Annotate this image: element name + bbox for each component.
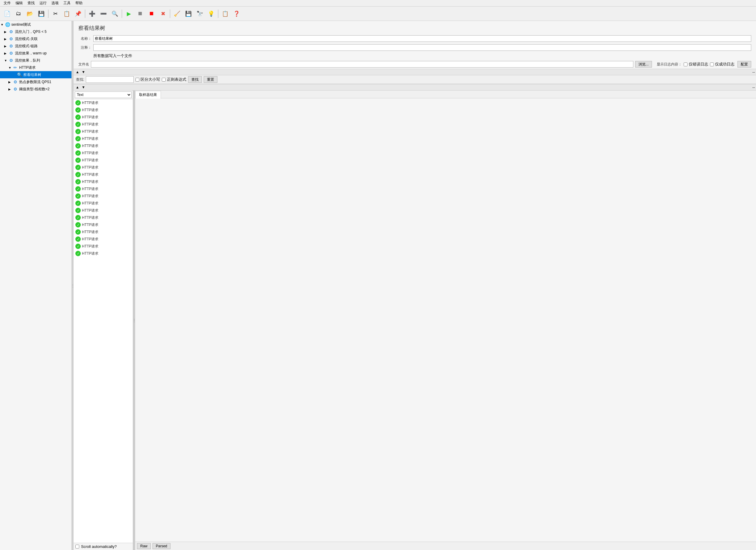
check-icon-17: ✓ [75, 222, 81, 228]
sidebar-item-queue[interactable]: ▼ ⚙ 流控效果，队列 [0, 57, 71, 64]
menu-file[interactable]: 文件 [1, 1, 13, 6]
http-list-item[interactable]: ✓HTTP请求 [74, 221, 133, 229]
http-list-item[interactable]: ✓HTTP请求 [74, 121, 133, 128]
http-list-item[interactable]: ✓HTTP请求 [74, 157, 133, 164]
http-text-18: HTTP请求 [82, 230, 98, 235]
stop-red-button[interactable]: ⏹ [146, 8, 157, 19]
http-text-4: HTTP请求 [82, 129, 98, 134]
http-list-item[interactable]: ✓HTTP请求 [74, 106, 133, 114]
check-icon-9: ✓ [75, 165, 81, 170]
menu-run[interactable]: 运行 [37, 1, 49, 6]
template-button[interactable]: 🗂 [13, 8, 24, 19]
http-list-item[interactable]: ✓HTTP请求 [74, 193, 133, 200]
copy-button[interactable]: 📋 [61, 8, 72, 19]
menu-options[interactable]: 选项 [49, 1, 61, 6]
name-input[interactable] [93, 35, 751, 42]
http-text-20: HTTP请求 [82, 244, 98, 249]
new-button[interactable]: 📄 [2, 8, 13, 19]
menu-search[interactable]: 查找 [25, 1, 37, 6]
sidebar-item-root[interactable]: ▼ 🌐 sentinel测试 [0, 21, 71, 28]
binoculars-button[interactable]: 🔭 [194, 8, 205, 19]
lamp-button[interactable]: 💡 [206, 8, 217, 19]
parsed-tab[interactable]: Parsed [153, 543, 170, 549]
http-list-item[interactable]: ✓HTTP请求 [74, 229, 133, 236]
errors-only-label: 仅错误日志 [689, 62, 708, 67]
http-list-item[interactable]: ✓HTTP请求 [74, 200, 133, 207]
up-btn-1[interactable]: ▲ [75, 69, 80, 75]
close-button[interactable]: ✖ [158, 8, 168, 19]
stop-button[interactable]: ⏹ [135, 8, 146, 19]
case-sensitive-checkbox[interactable] [135, 78, 139, 82]
http-list-item[interactable]: ✓HTTP请求 [74, 243, 133, 250]
http-list-item[interactable]: ✓HTTP请求 [74, 150, 133, 157]
http-list-item[interactable]: ✓HTTP请求 [74, 185, 133, 193]
http-text-10: HTTP请求 [82, 172, 98, 177]
open-button[interactable]: 📂 [25, 8, 35, 19]
start-button[interactable]: ▶ [124, 8, 134, 19]
menu-edit[interactable]: 编辑 [13, 1, 25, 6]
search-input[interactable] [86, 76, 134, 83]
search-label: 查找: [76, 77, 84, 82]
errors-only-wrap[interactable]: 仅错误日志 [684, 62, 708, 67]
find-button[interactable]: 查找 [188, 76, 202, 83]
config-button[interactable]: 配置 [737, 61, 751, 68]
case-sensitive-wrap[interactable]: 区分大小写 [135, 77, 160, 82]
http-list-item[interactable]: ✓HTTP请求 [74, 207, 133, 214]
sampler-result-tab[interactable]: 取样器结果 [135, 91, 161, 99]
success-only-checkbox[interactable] [710, 63, 714, 66]
scroll-checkbox[interactable] [75, 545, 79, 549]
broom-button[interactable]: 🧹 [172, 8, 182, 19]
remove-button[interactable]: ➖ [98, 8, 109, 19]
http-list-item[interactable]: ✓HTTP请求 [74, 114, 133, 121]
http-list-item[interactable]: ✓HTTP请求 [74, 214, 133, 221]
regex-checkbox[interactable] [162, 78, 166, 82]
sep2 [85, 10, 85, 18]
http-list-item[interactable]: ✓HTTP请求 [74, 135, 133, 142]
errors-only-checkbox[interactable] [684, 63, 688, 66]
menu-tools[interactable]: 工具 [61, 1, 73, 6]
http-list-item[interactable]: ✓HTTP请求 [74, 171, 133, 178]
regex-wrap[interactable]: 正则表达式 [162, 77, 186, 82]
sidebar-item-warmup[interactable]: ▶ ⚙ 流控效果，warm up [0, 50, 71, 57]
sidebar-item-hotspot[interactable]: ▶ ⚙ 热点参数限流 QPS1 [0, 78, 71, 86]
paste-button[interactable]: 📌 [73, 8, 83, 19]
http-list-item[interactable]: ✓HTTP请求 [74, 236, 133, 243]
save-button[interactable]: 💾 [36, 8, 47, 19]
sidebar-item-qps5[interactable]: ▶ ⚙ 流控入门，QPS < 5 [0, 28, 71, 35]
arrow-queue: ▼ [4, 59, 8, 62]
down-btn-1[interactable]: ▼ [81, 69, 86, 75]
down-btn-2[interactable]: ▼ [81, 85, 86, 90]
more-btn-1[interactable]: ··· [752, 70, 755, 74]
file-label: 文件名 [78, 62, 89, 67]
raw-tab[interactable]: Raw [137, 543, 151, 549]
http-list-item[interactable]: ✓HTTP请求 [74, 128, 133, 135]
check-icon-10: ✓ [75, 172, 81, 177]
menu-help[interactable]: 帮助 [73, 1, 85, 6]
sidebar-item-assoc[interactable]: ▶ ⚙ 流控模式-关联 [0, 35, 71, 42]
more-btn-2[interactable]: ··· [752, 85, 755, 90]
success-only-wrap[interactable]: 仅成功日志 [710, 62, 734, 67]
http-list-item[interactable]: ✓HTTP请求 [74, 99, 133, 106]
browse-button[interactable]: 浏览... [635, 61, 652, 68]
http-list-item[interactable]: ✓HTTP请求 [74, 142, 133, 150]
sidebar-item-result-tree[interactable]: 🔍 察看结果树 [0, 71, 71, 78]
http-list-item[interactable]: ✓HTTP请求 [74, 164, 133, 171]
save2-button[interactable]: 💾 [183, 8, 194, 19]
dropdown-row: Text HTML JSON XML [74, 91, 133, 99]
up-btn-2[interactable]: ▲ [75, 85, 80, 90]
comment-input[interactable] [93, 44, 751, 51]
list-button[interactable]: 📋 [220, 8, 231, 19]
cut-button[interactable]: ✂ [50, 8, 61, 19]
log-content-label: 显示日志内容： [657, 62, 682, 67]
reset-button[interactable]: 重置 [204, 76, 217, 83]
http-list-item[interactable]: ✓HTTP请求 [74, 178, 133, 185]
http-list-item[interactable]: ✓HTTP请求 [74, 250, 133, 257]
sidebar-item-threshold[interactable]: ▶ ⚙ 阈值类型-线程数<2 [0, 86, 71, 93]
browse-btn2[interactable]: 🔍 [109, 8, 120, 19]
sidebar-item-chain[interactable]: ▶ ⚙ 流控模式-链路 [0, 42, 71, 50]
help-button[interactable]: ❓ [231, 8, 242, 19]
file-input[interactable] [91, 61, 633, 68]
add-button[interactable]: ➕ [87, 8, 97, 19]
sidebar-item-http[interactable]: ▼ ✏ HTTP请求 [0, 64, 71, 71]
type-select[interactable]: Text HTML JSON XML [75, 92, 132, 98]
